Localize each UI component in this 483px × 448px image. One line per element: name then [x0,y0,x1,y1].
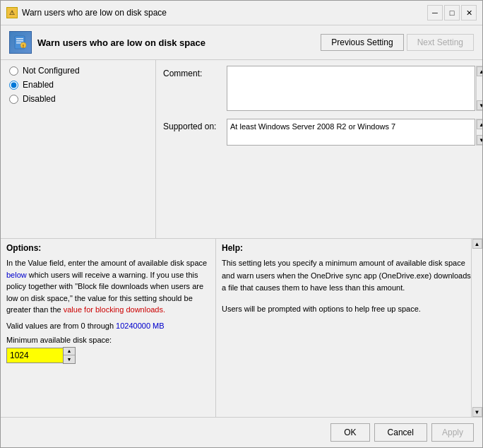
comment-section: Comment: ▲ ▼ [163,66,475,113]
radio-enabled-input[interactable] [9,81,18,90]
help-para1: This setting lets you specify a minimum … [222,257,477,295]
ok-button[interactable]: OK [330,423,369,442]
radio-enabled[interactable]: Enabled [9,80,147,90]
supported-value: At least Windows Server 2008 R2 or Windo… [230,122,395,131]
header-left: ! Warn users who are low on disk space [9,31,205,54]
help-title: Help: [222,243,477,253]
supported-scroll-down[interactable]: ▼ [477,135,482,145]
maximize-button[interactable]: □ [444,5,460,20]
comment-box-wrapper: ▲ ▼ [227,66,475,113]
highlight-value: value for blocking downloads. [64,305,165,314]
help-scroll-up[interactable]: ▲ [472,239,482,249]
svg-rect-2 [16,40,23,42]
radio-group: Not Configured Enabled Disabled [9,66,147,104]
radio-disabled-input[interactable] [9,95,18,104]
comment-scrollbar: ▲ ▼ [476,66,482,111]
close-button[interactable]: ✕ [461,5,477,20]
radio-not-configured[interactable]: Not Configured [9,66,147,76]
title-bar-left: ⚠ Warn users who are low on disk space [6,7,167,18]
not-configured-label: Not Configured [23,66,80,76]
supported-box: At least Windows Server 2008 R2 or Windo… [227,119,475,146]
title-controls: ─ □ ✕ [427,5,477,20]
policy-icon: ! [9,31,32,54]
spinner-wrapper: ▲ ▼ [6,347,210,364]
help-text: This setting lets you specify a minimum … [222,257,477,315]
comment-label: Comment: [163,66,227,78]
supported-section: Supported on: At least Windows Server 20… [163,119,475,146]
supported-label: Supported on: [163,119,227,131]
valid-values-text: Valid values are from 0 through 10240000… [6,322,210,330]
header-row: ! Warn users who are low on disk space P… [1,25,482,60]
options-content: In the Value field, enter the amount of … [6,257,210,413]
help-scroll-down[interactable]: ▼ [472,407,482,417]
next-setting-button[interactable]: Next Setting [407,34,474,51]
window-icon: ⚠ [6,7,18,18]
comment-scroll-down[interactable]: ▼ [477,100,482,110]
min-label: Minimum available disk space: [6,336,210,344]
content-area: Not Configured Enabled Disabled Comment: [1,60,482,238]
footer: OK Cancel Apply [1,417,482,447]
minimize-button[interactable]: ─ [427,5,443,20]
svg-rect-1 [16,38,23,40]
apply-button[interactable]: Apply [431,423,474,442]
svg-rect-3 [16,42,21,44]
radio-disabled[interactable]: Disabled [9,94,147,104]
right-panel: Comment: ▲ ▼ Supported on: At least Wind… [156,60,482,238]
enabled-label: Enabled [23,80,54,90]
spinner-up-button[interactable]: ▲ [64,348,75,355]
supported-box-wrapper: At least Windows Server 2008 R2 or Windo… [227,119,475,146]
cancel-button[interactable]: Cancel [374,423,427,442]
help-scrollbar: ▲ ▼ [471,239,482,417]
comment-textarea[interactable] [227,66,475,111]
comment-scroll-up[interactable]: ▲ [477,66,482,76]
bottom-panels: Options: In the Value field, enter the a… [1,238,482,417]
options-description: In the Value field, enter the amount of … [6,257,210,316]
title-bar: ⚠ Warn users who are low on disk space ─… [1,1,482,25]
policy-header-title: Warn users who are low on disk space [37,37,205,48]
help-panel: Help: This setting lets you specify a mi… [216,239,482,417]
main-window: ⚠ Warn users who are low on disk space ─… [0,0,483,448]
help-para2: Users will be prompted with options to h… [222,303,477,316]
supported-scroll-up[interactable]: ▲ [477,119,482,129]
options-title: Options: [6,243,210,253]
left-panel: Not Configured Enabled Disabled [1,60,156,238]
highlight-below: below [6,271,27,279]
highlight-range: 10240000 MB [116,322,165,330]
radio-not-configured-input[interactable] [9,66,18,76]
spinner-down-button[interactable]: ▼ [64,355,75,363]
window-title: Warn users who are low on disk space [22,8,167,18]
svg-text:!: ! [23,44,24,49]
header-buttons: Previous Setting Next Setting [321,34,474,51]
spinner-controls: ▲ ▼ [63,347,76,364]
previous-setting-button[interactable]: Previous Setting [321,34,403,51]
options-panel: Options: In the Value field, enter the a… [1,239,216,417]
disabled-label: Disabled [23,94,56,104]
disk-space-input[interactable] [6,348,63,363]
